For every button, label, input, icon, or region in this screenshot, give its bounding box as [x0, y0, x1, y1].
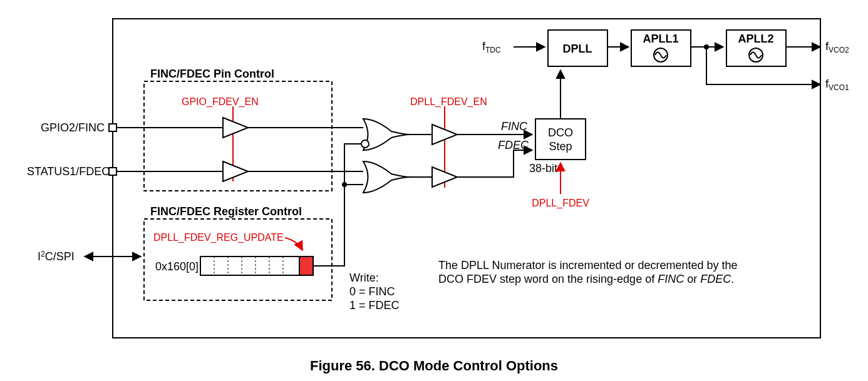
dco-step-label2: Step: [549, 140, 572, 153]
reg-update-arrow: [285, 238, 302, 250]
gpio2-label: GPIO2/FINC: [41, 121, 105, 134]
register-lsb-icon: [299, 257, 313, 275]
status1-pad-icon: [109, 168, 116, 175]
fdec-sig: FDEC: [498, 139, 529, 151]
reg-to-or-top: [344, 144, 361, 185]
i2c-label: I2C/SPI: [38, 250, 75, 263]
figure-caption: Figure 56. DCO Mode Control Options: [310, 358, 558, 373]
buffer-finc-1: [223, 118, 248, 138]
fvco1-label: fVCO1: [825, 78, 849, 92]
reg-addr: 0x160[0]: [155, 260, 199, 273]
reg-out-up: [313, 185, 344, 266]
write-0: 0 = FINC: [349, 285, 395, 298]
or-gate-top: [363, 119, 410, 150]
write-label: Write:: [349, 272, 379, 284]
finc-sig: FINC: [501, 120, 528, 133]
fvco2-label: fVCO2: [825, 40, 849, 54]
or-gate-bottom: [363, 161, 410, 193]
reg-update: DPLL_FDEV_REG_UPDATE: [153, 232, 284, 243]
note-line1: The DPLL Numerator is incremented or dec…: [438, 259, 738, 272]
reg-control-title: FINC/FDEC Register Control: [150, 205, 302, 218]
dco-step-block: [535, 119, 586, 160]
invert-bubble-icon: [361, 140, 369, 148]
dco-step-label1: DCO: [548, 126, 573, 139]
apll2-label: APLL2: [738, 33, 773, 45]
buffer-fdec-1: [223, 161, 248, 181]
dpll-fdev-en: DPLL_FDEV_EN: [410, 96, 487, 108]
register-icon: [200, 257, 313, 275]
dpll-label: DPLL: [563, 43, 592, 55]
status1-label: STATUS1/FDEC: [27, 165, 110, 178]
note-line2: DCO FDEV step word on the rising-edge of…: [438, 273, 734, 285]
dpll-fdev-label: DPLL_FDEV: [532, 198, 589, 209]
ftdc-label: fTDC: [482, 40, 501, 54]
pin-control-title: FINC/FDEC Pin Control: [150, 68, 274, 80]
write-1: 1 = FDEC: [349, 299, 400, 312]
gpio2-pad-icon: [109, 124, 116, 131]
apll1-label: APLL1: [643, 33, 678, 45]
dco-bits: 38-bit: [529, 162, 557, 175]
fdec-to-dco: [457, 150, 532, 177]
chip-outline: [113, 19, 820, 338]
gpio-fdev-en: GPIO_FDEV_EN: [182, 96, 259, 108]
